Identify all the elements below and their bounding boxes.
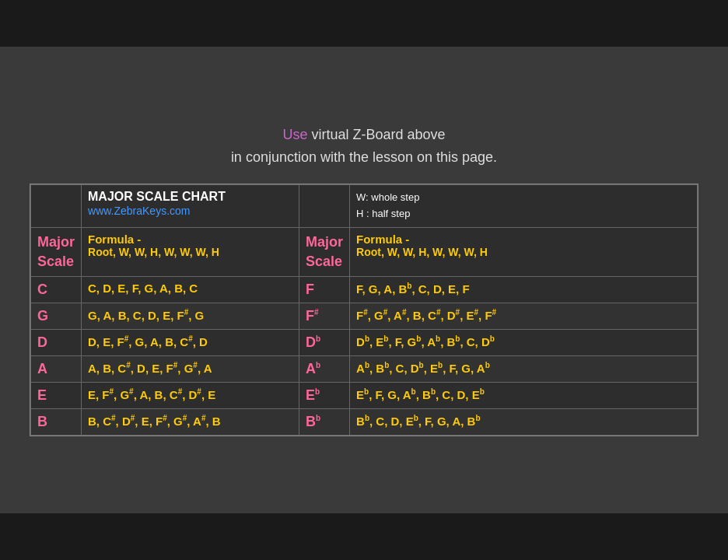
table-row: CC, D, E, F, G, A, B, CFF, G, A, Bb, C, … xyxy=(31,277,698,303)
header-title-cell: MAJOR SCALE CHART www.ZebraKeys.com xyxy=(82,185,299,228)
notes-right: Db, Eb, F, Gb, Ab, Bb, C, Db xyxy=(350,330,698,356)
chart-link[interactable]: www.ZebraKeys.com xyxy=(88,205,190,217)
instructions: Use virtual Z-Board above in conjunction… xyxy=(231,124,497,169)
notes-right: F#, G#, A#, B, C#, D#, E#, F# xyxy=(350,303,698,330)
table-row: BB, C#, D#, E, F#, G#, A#, BBbBb, C, D, … xyxy=(31,409,698,436)
notes-left: E, F#, G#, A, B, C#, D#, E xyxy=(82,383,299,409)
notes-left: G, A, B, C, D, E, F#, G xyxy=(82,303,299,330)
notes-left: D, E, F#, G, A, B, C#, D xyxy=(82,330,299,356)
notes-right: Eb, F, G, Ab, Bb, C, D, Eb xyxy=(350,383,698,409)
key-left: C xyxy=(31,277,82,303)
col1-header: MajorScale xyxy=(31,227,82,276)
formula-value-left: Root, W, W, H, W, W, W, H xyxy=(88,246,292,258)
key-right: Db xyxy=(299,330,350,356)
col1-formula-header: Formula - Root, W, W, H, W, W, W, H xyxy=(82,227,299,276)
formula-label-left: Formula - xyxy=(88,233,292,246)
chart-title: MAJOR SCALE CHART xyxy=(88,190,292,204)
bottom-bar xyxy=(0,513,728,560)
key-right: F xyxy=(299,277,350,303)
key-left: A xyxy=(31,356,82,383)
key-left: E xyxy=(31,383,82,409)
notes-left: A, B, C#, D, E, F#, G#, A xyxy=(82,356,299,383)
table-row: GG, A, B, C, D, E, F#, GF#F#, G#, A#, B,… xyxy=(31,303,698,330)
key-left: G xyxy=(31,303,82,330)
header-empty-middle xyxy=(299,185,350,228)
key-right: F# xyxy=(299,303,350,330)
steps-whole: W: whole step xyxy=(356,190,691,206)
notes-right: Ab, Bb, C, Db, Eb, F, G, Ab xyxy=(350,356,698,383)
top-bar xyxy=(0,0,728,47)
col2-formula-header: Formula - Root, W, W, H, W, W, W, H xyxy=(350,227,698,276)
use-word: Use xyxy=(282,127,307,142)
steps-half: H : half step xyxy=(356,206,691,222)
key-left: B xyxy=(31,409,82,436)
key-right: Eb xyxy=(299,383,350,409)
chart-container: MAJOR SCALE CHART www.ZebraKeys.com W: w… xyxy=(30,184,698,436)
key-right: Bb xyxy=(299,409,350,436)
notes-right: Bb, C, D, Eb, F, G, A, Bb xyxy=(350,409,698,436)
col2-header: MajorScale xyxy=(299,227,350,276)
table-row: DD, E, F#, G, A, B, C#, DDbDb, Eb, F, Gb… xyxy=(31,330,698,356)
instructions-line1: virtual Z-Board above xyxy=(307,127,445,142)
key-right: Ab xyxy=(299,356,350,383)
table-row: AA, B, C#, D, E, F#, G#, AAbAb, Bb, C, D… xyxy=(31,356,698,383)
header-empty-left xyxy=(31,185,82,228)
instructions-line2: in conjunction with the lesson on this p… xyxy=(231,149,497,165)
key-left: D xyxy=(31,330,82,356)
notes-right: F, G, A, Bb, C, D, E, F xyxy=(350,277,698,303)
notes-left: B, C#, D#, E, F#, G#, A#, B xyxy=(82,409,299,436)
table-row: EE, F#, G#, A, B, C#, D#, EEbEb, F, G, A… xyxy=(31,383,698,409)
formula-label-right: Formula - xyxy=(356,233,691,246)
notes-left: C, D, E, F, G, A, B, C xyxy=(82,277,299,303)
header-steps-cell: W: whole step H : half step xyxy=(350,185,698,228)
major-scale-table: MAJOR SCALE CHART www.ZebraKeys.com W: w… xyxy=(30,184,698,436)
main-content: Use virtual Z-Board above in conjunction… xyxy=(0,47,728,513)
formula-value-right: Root, W, W, H, W, W, W, H xyxy=(356,246,691,258)
